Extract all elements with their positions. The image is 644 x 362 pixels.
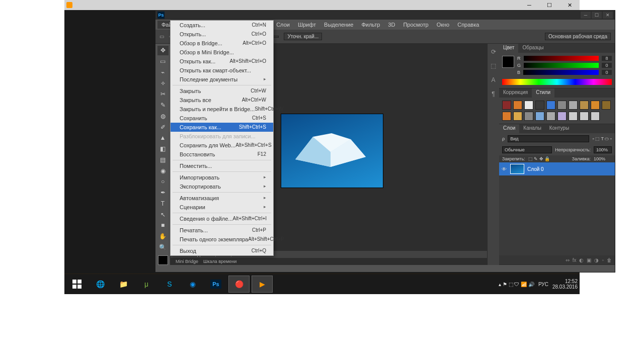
- ie-icon[interactable]: 🌐: [90, 276, 111, 293]
- minimize-button[interactable]: ─: [519, 0, 539, 10]
- r-slider[interactable]: [524, 56, 599, 61]
- menu-item[interactable]: Поместить...: [171, 161, 273, 170]
- player-taskbar-icon[interactable]: ▶: [252, 276, 273, 293]
- stamp-tool[interactable]: ▲: [157, 133, 169, 143]
- style-swatch[interactable]: [502, 112, 511, 121]
- layer-name[interactable]: Слой 0: [527, 166, 544, 172]
- history-icon[interactable]: ⟳: [490, 48, 498, 56]
- menu-item[interactable]: Импортировать: [171, 173, 273, 182]
- layer-thumbnail[interactable]: [510, 164, 524, 174]
- menu-слои[interactable]: Слои: [272, 21, 294, 29]
- menu-3d[interactable]: 3D: [384, 21, 399, 29]
- link-icon[interactable]: ⇔: [566, 257, 570, 263]
- style-swatch[interactable]: [557, 101, 567, 110]
- style-swatch[interactable]: [524, 112, 533, 121]
- start-button[interactable]: [66, 276, 88, 293]
- type-tool[interactable]: T: [157, 199, 169, 209]
- tab-styles[interactable]: Стили: [532, 88, 554, 98]
- menu-item[interactable]: Сценарии: [171, 203, 273, 212]
- style-swatch[interactable]: [502, 101, 511, 110]
- path-tool[interactable]: ↖: [157, 210, 169, 219]
- eraser-tool[interactable]: ◧: [157, 144, 169, 154]
- visibility-icon[interactable]: 👁: [501, 166, 507, 172]
- document-canvas[interactable]: [281, 114, 383, 188]
- menu-шрифт[interactable]: Шрифт: [294, 21, 320, 29]
- style-swatch[interactable]: [580, 112, 589, 121]
- menu-item[interactable]: ЗакрытьCtrl+W: [171, 86, 273, 96]
- ps-titlebar[interactable]: Ps ─ ☐ ✕: [155, 11, 615, 20]
- r-value[interactable]: 8: [602, 56, 612, 61]
- marquee-tool[interactable]: ▭: [157, 57, 169, 66]
- style-swatch[interactable]: [591, 101, 600, 110]
- menu-item[interactable]: Обзор в Bridge...Alt+Ctrl+O: [171, 39, 273, 48]
- explorer-icon[interactable]: 📁: [113, 276, 134, 293]
- tab-adjustments[interactable]: Коррекция: [499, 88, 532, 98]
- tab-layers[interactable]: Слои: [499, 124, 519, 133]
- style-swatch[interactable]: [546, 112, 555, 121]
- tray-lang[interactable]: РУС: [538, 282, 548, 287]
- move-tool[interactable]: ✥: [157, 46, 169, 55]
- menu-item[interactable]: Автоматизация: [171, 194, 273, 203]
- brush-tool[interactable]: ✐: [157, 122, 169, 132]
- menu-item[interactable]: Сведения о файле...Alt+Shift+Ctrl+I: [171, 214, 273, 223]
- dodge-tool[interactable]: ○: [157, 177, 169, 187]
- close-button[interactable]: ✕: [559, 0, 580, 10]
- teamviewer-icon[interactable]: ◉: [182, 276, 203, 293]
- maximize-button[interactable]: ☐: [539, 0, 559, 10]
- style-swatch[interactable]: [602, 101, 611, 110]
- shape-tool[interactable]: ■: [157, 221, 169, 230]
- properties-icon[interactable]: ⬚: [490, 62, 498, 70]
- style-swatch[interactable]: [513, 101, 522, 110]
- refine-edge-button[interactable]: Уточн. край...: [284, 33, 322, 40]
- menu-item[interactable]: Открыть...Ctrl+O: [171, 30, 273, 39]
- style-swatch[interactable]: [591, 112, 600, 121]
- recorder-icon[interactable]: 🔴: [228, 276, 250, 293]
- b-value[interactable]: 0: [602, 70, 612, 75]
- tab-color[interactable]: Цвет: [499, 44, 518, 53]
- menu-item[interactable]: Последние документы: [171, 75, 273, 84]
- tray-icons[interactable]: ▴ ⚑ ⬚ 🛡 📶 🔊: [499, 282, 534, 287]
- menu-item[interactable]: ВыходCtrl+Q: [171, 246, 273, 255]
- paragraph-icon[interactable]: ¶: [490, 90, 498, 98]
- menu-item[interactable]: Закрыть всеAlt+Ctrl+W: [171, 96, 273, 105]
- adjustment-icon[interactable]: ◑: [594, 257, 599, 263]
- tray-clock[interactable]: 12:52 28.03.2016: [552, 279, 578, 290]
- b-slider[interactable]: [523, 70, 599, 75]
- character-icon[interactable]: A: [490, 76, 498, 84]
- new-layer-icon[interactable]: ▫: [602, 257, 604, 263]
- menu-окно[interactable]: Окно: [433, 21, 454, 29]
- eyedropper-tool[interactable]: ✎: [157, 101, 169, 110]
- pen-tool[interactable]: ✒: [157, 188, 169, 198]
- menu-item[interactable]: Открыть как...Alt+Shift+Ctrl+O: [171, 57, 273, 66]
- tab-paths[interactable]: Контуры: [545, 124, 573, 133]
- style-swatch[interactable]: [569, 101, 578, 110]
- menu-item[interactable]: СохранитьCtrl+S: [171, 114, 273, 123]
- menu-справка[interactable]: Справка: [453, 21, 483, 29]
- opacity-input[interactable]: 100%: [594, 146, 612, 153]
- style-swatch[interactable]: [513, 112, 522, 121]
- workspace-switcher[interactable]: Основная рабочая среда: [545, 33, 611, 40]
- fill-input[interactable]: 100%: [594, 156, 612, 161]
- layer-kind-dropdown[interactable]: Вид: [508, 135, 589, 142]
- blur-tool[interactable]: ◉: [157, 166, 169, 175]
- menu-item[interactable]: ВосстановитьF12: [171, 150, 273, 159]
- minimize-button[interactable]: ─: [581, 12, 591, 19]
- menu-item[interactable]: Сохранить как...Shift+Ctrl+S: [171, 123, 273, 132]
- menu-выделение[interactable]: Выделение: [320, 21, 357, 29]
- menu-item[interactable]: Открыть как смарт-объект...: [171, 66, 273, 75]
- menu-item[interactable]: Закрыть и перейти в Bridge...Shift+Ctrl+…: [171, 105, 273, 114]
- menu-item[interactable]: Сохранить для Web...Alt+Shift+Ctrl+S: [171, 141, 273, 150]
- layer-item[interactable]: 👁 Слой 0: [499, 162, 615, 175]
- style-swatch[interactable]: [557, 112, 567, 121]
- style-swatch[interactable]: [524, 101, 533, 110]
- menu-item[interactable]: Обзор в Mini Bridge...: [171, 48, 273, 57]
- tab-timeline[interactable]: Шкала времени: [203, 259, 236, 264]
- color-preview[interactable]: [502, 56, 514, 68]
- style-swatch[interactable]: [535, 112, 544, 121]
- tab-mini-bridge[interactable]: Mini Bridge: [176, 259, 198, 264]
- style-swatch[interactable]: [546, 101, 555, 110]
- color-spectrum[interactable]: [502, 79, 612, 85]
- style-swatch[interactable]: [535, 101, 544, 110]
- skype-icon[interactable]: S: [159, 276, 180, 293]
- menu-item[interactable]: Печать одного экземпляраAlt+Shift+Ctrl+P: [171, 235, 273, 244]
